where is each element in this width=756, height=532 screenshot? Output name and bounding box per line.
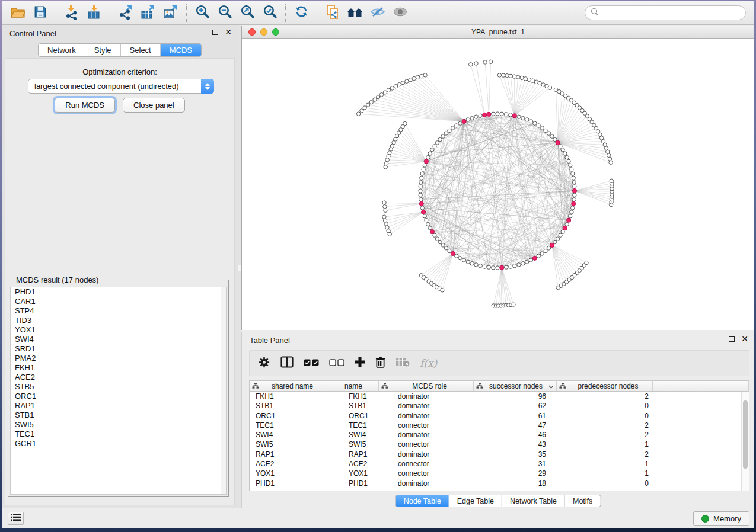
cell-mcds-role[interactable]: dominator <box>379 479 474 488</box>
tab-mcds[interactable]: MCDS <box>161 44 201 56</box>
cell-shared-name[interactable]: PHD1 <box>250 479 328 488</box>
network-node[interactable] <box>420 176 423 180</box>
network-node[interactable] <box>547 132 550 135</box>
table-scrollbar[interactable] <box>741 392 749 491</box>
add-column-button[interactable] <box>355 357 365 370</box>
cell-name[interactable]: ACE2 <box>328 459 379 469</box>
cell-predecessor-nodes[interactable]: 1 <box>557 440 653 449</box>
network-node[interactable] <box>544 249 547 252</box>
mcds-result-node[interactable]: SWI4 <box>11 335 226 344</box>
network-node[interactable] <box>502 73 505 77</box>
table-row[interactable]: ACE2ACE2connector311 <box>250 459 749 469</box>
network-node[interactable] <box>540 126 544 130</box>
scrollbar-thumb[interactable] <box>743 400 748 469</box>
cell-shared-name[interactable]: YOX1 <box>250 469 328 478</box>
table-row[interactable]: RAP1RAP1dominator352 <box>250 450 749 459</box>
network-node[interactable] <box>553 137 557 141</box>
network-node[interactable] <box>401 81 405 85</box>
cell-predecessor-nodes[interactable]: 0 <box>557 401 653 411</box>
mcds-result-node[interactable]: TID3 <box>11 316 226 325</box>
refresh-view-button[interactable] <box>290 3 312 23</box>
network-node[interactable] <box>363 106 366 110</box>
table-row[interactable]: STB1STB1dominator620 <box>250 401 749 411</box>
cell-name[interactable]: SWI5 <box>328 440 379 449</box>
maximize-window-icon[interactable] <box>272 28 279 36</box>
network-node[interactable] <box>505 74 509 78</box>
cell-mcds-role[interactable]: dominator <box>379 392 474 401</box>
import-network-button[interactable] <box>60 3 83 23</box>
network-node[interactable] <box>569 164 572 167</box>
criterion-dropdown[interactable]: largest connected component (undirected) <box>28 79 214 94</box>
mcds-result-node[interactable]: SRD1 <box>11 344 226 354</box>
mcds-hub-node[interactable] <box>487 112 491 116</box>
cell-mcds-role[interactable]: dominator <box>379 450 474 459</box>
network-node[interactable] <box>521 116 525 120</box>
network-node[interactable] <box>428 152 432 155</box>
column-header-shared-name[interactable]: shared name <box>250 381 328 391</box>
network-node[interactable] <box>366 103 370 107</box>
cell-mcds-role[interactable]: connector <box>379 469 474 478</box>
network-node[interactable] <box>479 114 482 117</box>
network-canvas[interactable] <box>242 39 754 330</box>
network-node[interactable] <box>570 210 573 214</box>
network-node[interactable] <box>489 60 492 63</box>
mcds-result-node[interactable]: ORC1 <box>11 392 226 401</box>
tab-motifs[interactable]: Motifs <box>565 495 600 507</box>
first-neighbors-button[interactable] <box>344 3 366 23</box>
cell-predecessor-nodes[interactable]: 1 <box>557 459 653 469</box>
network-node[interactable] <box>455 254 458 258</box>
network-node[interactable] <box>377 95 380 99</box>
close-panel-button[interactable]: Close panel <box>123 98 185 113</box>
cell-successor-nodes[interactable]: 61 <box>474 411 557 421</box>
network-node[interactable] <box>383 91 387 94</box>
network-node[interactable] <box>572 180 576 184</box>
mcds-hub-node[interactable] <box>430 230 434 234</box>
network-node[interactable] <box>426 155 430 159</box>
network-node[interactable] <box>388 232 391 236</box>
cell-predecessor-nodes[interactable]: 2 <box>557 392 653 401</box>
network-node[interactable] <box>423 214 426 218</box>
network-node[interactable] <box>419 185 422 188</box>
hide-selected-button[interactable] <box>366 3 389 23</box>
network-node[interactable] <box>537 254 540 258</box>
search-field[interactable] <box>585 5 746 20</box>
network-node[interactable] <box>496 266 499 270</box>
mcds-hub-node[interactable] <box>462 119 466 123</box>
memory-button[interactable]: Memory <box>693 511 749 526</box>
mcds-result-node[interactable]: STP4 <box>11 306 226 316</box>
network-node[interactable] <box>388 151 391 155</box>
table-row[interactable]: PHD1PHD1dominator180 <box>250 479 749 488</box>
cell-shared-name[interactable]: TEC1 <box>250 421 328 430</box>
float-panel-icon[interactable] <box>729 336 735 342</box>
network-node[interactable] <box>385 158 389 162</box>
mcds-result-node[interactable]: STB5 <box>11 382 226 392</box>
cell-predecessor-nodes[interactable]: 0 <box>557 411 653 421</box>
network-node[interactable] <box>559 233 562 237</box>
network-node[interactable] <box>544 129 547 132</box>
network-node[interactable] <box>525 118 529 121</box>
mcds-hub-node[interactable] <box>419 201 423 206</box>
network-node[interactable] <box>470 116 474 120</box>
network-node[interactable] <box>455 124 458 127</box>
network-node[interactable] <box>483 60 487 64</box>
mcds-result-node[interactable]: PHD1 <box>11 287 226 297</box>
network-node[interactable] <box>390 86 394 90</box>
network-node[interactable] <box>426 222 430 226</box>
zoom-fit-button[interactable] <box>236 3 259 23</box>
mcds-result-node[interactable]: TEC1 <box>11 430 226 439</box>
mcds-result-node[interactable]: PMA2 <box>11 354 226 363</box>
network-node[interactable] <box>387 155 390 158</box>
network-node[interactable] <box>420 172 424 175</box>
cell-name[interactable]: SWI4 <box>328 430 379 440</box>
network-node[interactable] <box>433 233 436 237</box>
cell-mcds-role[interactable]: dominator <box>379 430 474 440</box>
network-node[interactable] <box>479 264 482 268</box>
function-builder-button[interactable]: f(x) <box>420 357 437 369</box>
network-node[interactable] <box>553 240 557 243</box>
network-node[interactable] <box>529 120 532 123</box>
table-row[interactable]: SWI5SWI5connector431 <box>250 440 749 449</box>
export-table-button[interactable] <box>137 3 160 23</box>
network-node[interactable] <box>527 78 531 81</box>
network-node[interactable] <box>569 214 572 218</box>
network-node[interactable] <box>509 113 512 117</box>
